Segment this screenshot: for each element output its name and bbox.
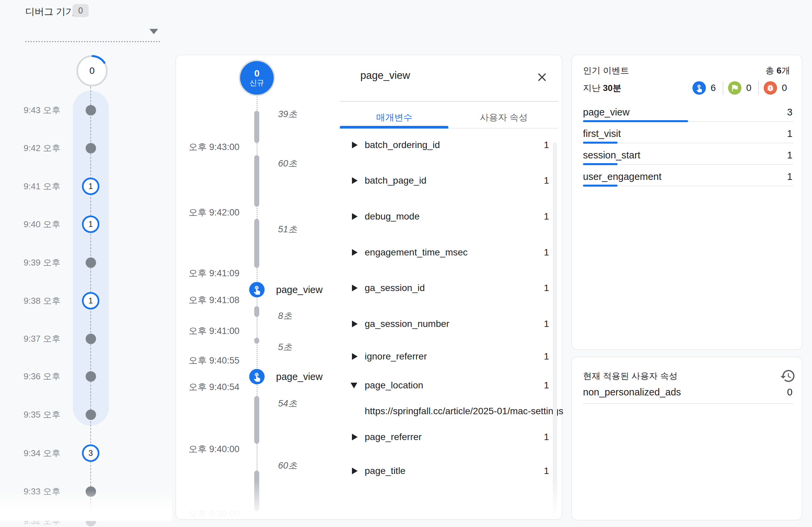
parameter-value: 1 [487,246,549,259]
parameter-name[interactable]: page_referrer [365,431,422,443]
parameter-value: 1 [487,138,549,151]
device-selector-dropdown[interactable] [25,20,160,42]
parameter-name[interactable]: engagement_time_msec [365,246,468,259]
expand-arrow-icon[interactable] [352,142,358,148]
top-event-count: 3 [739,105,793,119]
engagement-duration-label: 60초 [278,158,297,170]
parameter-value: 1 [487,465,549,477]
counter-divider [758,81,759,95]
engagement-capsule [254,219,259,268]
debug-device-label: 디버그 기기 [25,5,75,18]
counter-value: 0 [746,83,754,93]
timeline-hour-dot[interactable] [86,371,96,382]
timeline-hour-dot[interactable] [86,410,96,420]
collapse-arrow-icon[interactable] [351,383,357,389]
timeline-hour-label: 9:39 오후 [10,257,60,268]
parameter-name[interactable]: page_title [365,465,405,477]
event-stream-fade [176,480,561,518]
parameter-name[interactable]: page_location [365,379,423,392]
timeline-hour-label: 9:40 오후 [10,219,60,230]
top-event-name[interactable]: session_start [583,148,640,162]
parameter-name[interactable]: batch_page_id [365,174,426,187]
parameter-value: 1 [487,282,549,294]
timeline-hour-label: 9:42 오후 [10,142,60,154]
close-icon[interactable] [535,71,549,84]
top-events-title: 인기 이벤트 [583,64,629,76]
expand-arrow-icon[interactable] [352,434,358,440]
parameter-name[interactable]: ga_session_id [365,282,425,294]
parameters-scrollbar[interactable] [553,142,557,514]
timeline-hour-label: 9:35 오후 [10,409,60,420]
event-timestamp: 오후 9:41:00 [176,325,240,337]
timeline-hour-dot[interactable] [86,334,96,344]
event-bar-fill [583,185,618,187]
top-event-name[interactable]: user_engagement [583,170,662,183]
expand-arrow-icon[interactable] [352,177,358,184]
parameter-value: 1 [487,174,549,187]
event-bar-fill [583,163,618,165]
engagement-capsule [254,306,259,317]
timeline-hour-dot[interactable] [86,258,96,268]
new-events-count: 0 [254,69,260,78]
user-properties-title: 현재 적용된 사용자 속성 [583,370,678,382]
current-minute-count: 0 [75,54,109,88]
counter-divider [723,81,723,95]
active-tab-underline [340,126,448,129]
event-timestamp: 오후 9:42:00 [176,206,240,219]
header-divider [340,101,558,102]
timeline-hour-badge[interactable]: 1 [82,178,99,195]
counter-value: 0 [782,83,789,93]
expand-arrow-icon[interactable] [352,213,358,220]
parameter-name[interactable]: ignore_referrer [365,350,427,363]
parameter-name[interactable]: ga_session_number [365,318,449,330]
event-timestamp: 오후 9:40:54 [176,381,240,393]
timeline-hour-badge[interactable]: 3 [82,444,99,462]
expand-arrow-icon[interactable] [352,249,358,256]
event-name-label[interactable]: page_view [276,283,323,296]
tab-user-properties[interactable]: 사용자 속성 [449,109,558,126]
new-events-label: 신규 [249,78,264,87]
top-event-name[interactable]: first_visit [583,127,621,140]
timeline-hour-label: 9:38 오후 [10,295,60,306]
total-events-label: 총 6개 [705,64,790,76]
event-marker[interactable] [249,282,265,297]
debug-device-count-badge: 0 [73,4,89,17]
debugview-page: 디버그 기기 0 0 9:43 오후9:42 오후9:41 오후19:40 오후… [0,0,812,527]
parameter-detail-value: https://springfall.cc/article/2025-01/ma… [365,405,563,418]
flag-icon [728,81,741,95]
engagement-capsule [254,111,259,143]
event-name-label[interactable]: page_view [276,370,323,383]
parameter-value: 1 [487,210,549,223]
tab-parameters[interactable]: 매개변수 [340,109,449,126]
touch-icon [252,371,262,382]
engagement-duration-label: 39초 [278,108,297,120]
timeline-hour-label: 9:37 오후 [10,333,60,345]
history-icon[interactable] [780,368,796,384]
parameter-value: 1 [487,350,549,363]
event-marker[interactable] [249,369,265,384]
parameter-value: 1 [487,318,549,330]
timeline-hour-label: 9:34 오후 [10,448,60,459]
expand-arrow-icon[interactable] [352,321,358,327]
event-timestamp: 오후 9:43:00 [176,141,240,153]
timeline-hour-badge[interactable]: 1 [82,216,99,233]
timeline-hour-dot[interactable] [86,143,96,153]
parameter-name[interactable]: debug_mode [365,210,419,223]
timeline-hour-label: 9:36 오후 [10,370,60,382]
event-detail-title: page_view [360,70,410,82]
expand-arrow-icon[interactable] [352,353,358,360]
bug-icon [764,81,777,95]
event-bar-fill [583,142,618,144]
expand-arrow-icon[interactable] [352,468,358,474]
timeline-hour-badge[interactable]: 1 [82,292,99,309]
parameter-name[interactable]: batch_ordering_id [365,138,440,151]
left-timeline-fade [0,490,172,521]
expand-arrow-icon[interactable] [352,284,358,291]
top-event-name[interactable]: page_view [583,105,630,119]
current-minute-progress: 0 [75,54,109,88]
timeline-hour-dot[interactable] [86,105,96,116]
event-timestamp: 오후 9:41:09 [176,267,240,279]
touch-icon [252,284,262,295]
engagement-capsule [254,155,259,207]
engagement-duration-label: 5초 [278,341,292,353]
